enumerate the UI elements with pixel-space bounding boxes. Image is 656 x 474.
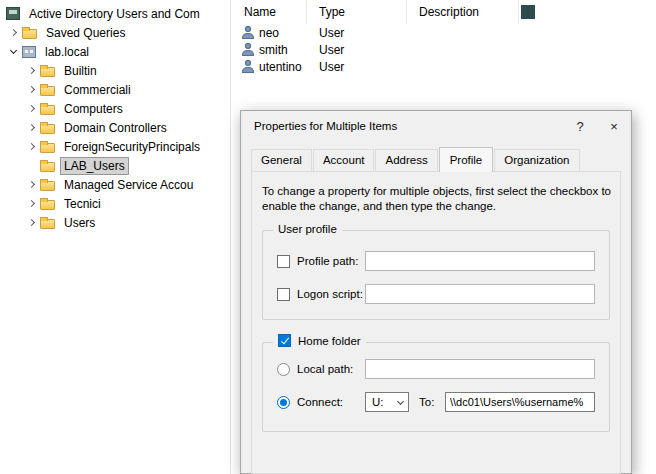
tree-item-saved-queries[interactable]: Saved Queries (0, 23, 230, 42)
logon-script-label: Logon script: (297, 288, 365, 300)
tab-address[interactable]: Address (375, 149, 437, 171)
tree-item-label: Managed Service Accou (61, 177, 196, 193)
profile-path-row: Profile path: (277, 251, 595, 271)
folder-icon (40, 181, 55, 191)
tab-profile[interactable]: Profile (439, 147, 494, 172)
user-type: User (315, 60, 344, 74)
column-header-description[interactable]: Description (407, 0, 519, 24)
home-folder-group: Home folder Local path: Connect: U: To: (262, 342, 610, 432)
chevron-spacer (22, 156, 40, 175)
home-folder-checkbox[interactable] (278, 334, 291, 347)
chevron-right-icon[interactable] (22, 175, 40, 194)
user-icon (242, 26, 254, 39)
local-path-input[interactable] (365, 359, 595, 379)
user-profile-group: User profile Profile path: Logon script: (262, 230, 610, 320)
connect-path-input[interactable] (445, 392, 595, 412)
folder-icon (40, 219, 55, 229)
user-name: smith (259, 43, 315, 57)
tree-item-users[interactable]: Users (0, 213, 230, 232)
chevron-right-icon[interactable] (22, 194, 40, 213)
tree-item-root[interactable]: Active Directory Users and Com (0, 4, 230, 23)
local-path-radio[interactable] (277, 363, 290, 376)
close-button[interactable]: × (597, 111, 631, 141)
tree-item-foreign-security-principals[interactable]: ForeignSecurityPrincipals (0, 137, 230, 156)
tree-item-label: lab.local (42, 44, 92, 60)
tree-item-commerciali[interactable]: Commerciali (0, 80, 230, 99)
chevron-right-icon[interactable] (22, 80, 40, 99)
tab-account[interactable]: Account (313, 149, 375, 171)
folder-icon (40, 124, 55, 134)
home-folder-label: Home folder (298, 335, 361, 347)
logon-script-checkbox[interactable] (277, 288, 290, 301)
chevron-right-icon[interactable] (22, 61, 40, 80)
connect-radio[interactable] (277, 396, 290, 409)
dialog-titlebar[interactable]: Properties for Multiple Items ? × (241, 111, 631, 141)
console-root-icon (6, 7, 20, 20)
tree-item-builtin[interactable]: Builtin (0, 61, 230, 80)
list-header: Name Type Description (232, 0, 656, 24)
tree-item-label: Builtin (61, 63, 100, 79)
connect-row: Connect: U: To: (277, 392, 595, 412)
chevron-right-icon[interactable] (22, 118, 40, 137)
chevron-right-icon[interactable] (22, 137, 40, 156)
chevron-down-icon[interactable] (4, 42, 22, 61)
folder-icon (40, 105, 55, 115)
tree-item-lab-local[interactable]: lab.local (0, 42, 230, 61)
drive-letter-select[interactable]: U: (365, 392, 409, 412)
user-icon (242, 43, 254, 56)
local-path-row: Local path: (277, 359, 595, 379)
chevron-right-icon[interactable] (22, 99, 40, 118)
list-item-utentino[interactable]: utentino User (232, 58, 656, 75)
tree-item-computers[interactable]: Computers (0, 99, 230, 118)
tab-bar: General Account Address Profile Organiza… (251, 147, 631, 171)
connect-label: Connect: (297, 396, 365, 408)
tree-item-label: Active Directory Users and Com (26, 6, 203, 22)
folder-icon (40, 143, 55, 153)
user-type: User (315, 26, 344, 40)
chevron-right-icon[interactable] (4, 23, 22, 42)
list-item-neo[interactable]: neo User (232, 24, 656, 41)
folder-icon (40, 200, 55, 210)
drive-letter-value: U: (372, 396, 384, 408)
help-button[interactable]: ? (563, 111, 597, 141)
list-item-smith[interactable]: smith User (232, 41, 656, 58)
tree-item-label: Commerciali (61, 82, 134, 98)
tree-item-label: Users (61, 215, 98, 231)
user-profile-legend: User profile (273, 223, 342, 235)
to-label: To: (419, 396, 445, 408)
profile-tab-page: To change a property for multiple object… (251, 171, 621, 474)
column-header-name[interactable]: Name (232, 0, 307, 24)
profile-path-label: Profile path: (297, 255, 365, 267)
user-name: utentino (259, 60, 315, 74)
tree-item-domain-controllers[interactable]: Domain Controllers (0, 118, 230, 137)
tab-organization[interactable]: Organization (494, 149, 579, 171)
tree-item-managed-service-accounts[interactable]: Managed Service Accou (0, 175, 230, 194)
chevron-right-icon[interactable] (22, 213, 40, 232)
folder-icon (40, 67, 55, 77)
local-path-label: Local path: (297, 363, 365, 375)
tree-item-tecnici[interactable]: Tecnici (0, 194, 230, 213)
tree-item-label: LAB_Users (61, 158, 128, 174)
header-accent-square (521, 5, 535, 19)
profile-path-checkbox[interactable] (277, 255, 290, 268)
user-type: User (315, 43, 344, 57)
profile-path-input[interactable] (365, 251, 595, 271)
dialog-description: To change a property for multiple object… (262, 184, 614, 214)
dialog-title: Properties for Multiple Items (254, 120, 563, 132)
column-header-type[interactable]: Type (307, 0, 407, 24)
tree-item-label: Saved Queries (43, 25, 128, 41)
tab-general[interactable]: General (251, 149, 312, 171)
tree-pane: Active Directory Users and Com Saved Que… (0, 0, 231, 474)
properties-dialog: Properties for Multiple Items ? × Genera… (240, 110, 632, 474)
tree-item-label: Domain Controllers (61, 120, 170, 136)
chevron-down-icon (397, 397, 404, 404)
tree-item-label: Computers (61, 101, 126, 117)
folder-icon (40, 86, 55, 96)
user-list-pane: Name Type Description neo User smith Use… (232, 0, 656, 110)
user-name: neo (259, 26, 315, 40)
domain-icon (22, 46, 36, 58)
folder-icon (40, 162, 55, 172)
logon-script-input[interactable] (365, 284, 595, 304)
tree-item-lab-users[interactable]: LAB_Users (0, 156, 230, 175)
home-folder-legend: Home folder (273, 334, 366, 347)
